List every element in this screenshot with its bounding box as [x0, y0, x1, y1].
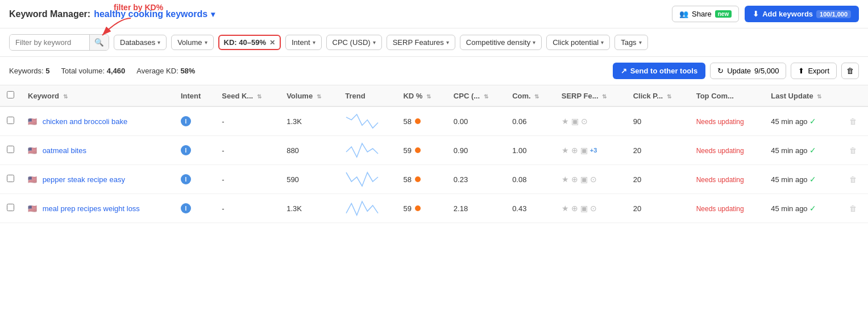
keyword-link[interactable]: pepper steak recipe easy: [43, 175, 125, 184]
col-keyword[interactable]: Keyword ⇅: [21, 85, 174, 106]
row-checkbox-cell: [0, 194, 21, 223]
search-button[interactable]: 🔍: [89, 35, 109, 50]
needs-updating: Needs updating: [696, 147, 744, 155]
tags-dropdown[interactable]: Tags ▾: [614, 35, 647, 50]
needs-updating: Needs updating: [696, 176, 744, 184]
row-delete-button[interactable]: 🗑: [849, 146, 857, 155]
col-cpc[interactable]: CPC (... ⇅: [447, 85, 505, 106]
keywords-quota: 100/1,000: [816, 10, 851, 18]
kd-dot: [415, 176, 421, 182]
click-p-cell: 20: [626, 136, 690, 165]
stats-right: ↗ Send to other tools ↻ Update 9/5,000 ⬆…: [613, 63, 859, 79]
col-kd[interactable]: KD % ⇅: [396, 85, 446, 106]
row-delete-button[interactable]: 🗑: [849, 117, 857, 126]
trash-icon: 🗑: [846, 67, 854, 75]
databases-dropdown[interactable]: Databases ▾: [114, 35, 167, 50]
select-all-checkbox[interactable]: [7, 91, 14, 98]
comp-density-label: Competitive density: [466, 38, 530, 47]
last-update-cell: 45 min ago ✓: [764, 194, 842, 223]
col-last-update[interactable]: Last Update ⇅: [764, 85, 842, 106]
select-all-cell: [0, 85, 21, 106]
flag-icon: 🇺🇸: [28, 204, 37, 213]
search-icon: 🔍: [94, 38, 104, 47]
last-update-cell: 45 min ago ✓: [764, 136, 842, 165]
kd-filter[interactable]: KD: 40–59% ✕: [218, 35, 281, 50]
intent-dropdown[interactable]: Intent ▾: [285, 35, 322, 50]
update-label: Update: [727, 67, 751, 75]
com-cell: 0.06: [505, 106, 555, 136]
chevron-down-icon: ▾: [446, 39, 449, 46]
chevron-down-icon: ▾: [373, 39, 376, 46]
col-com[interactable]: Com. ⇅: [505, 85, 555, 106]
sort-icon: ⇅: [63, 93, 68, 100]
cpc-cell: 0.90: [447, 136, 505, 165]
flag-icon: 🇺🇸: [28, 146, 37, 155]
cpc-dropdown[interactable]: CPC (USD) ▾: [326, 35, 382, 50]
row-delete-button[interactable]: 🗑: [849, 175, 857, 184]
click-p-cell: 20: [626, 194, 690, 223]
row-checkbox[interactable]: [7, 175, 14, 182]
send-to-tools-button[interactable]: ↗ Send to other tools: [613, 63, 705, 79]
cpc-cell: 2.18: [447, 194, 505, 223]
click-p-cell: 20: [626, 165, 690, 194]
sort-icon: ⇅: [317, 93, 321, 100]
keywords-count: 5: [45, 67, 49, 75]
row-checkbox[interactable]: [7, 117, 14, 124]
serp-icon: ▣: [580, 175, 588, 184]
filter-bar: filter by KD% 🔍 Databases ▾ Volume ▾ KD:…: [0, 28, 868, 57]
col-top-com[interactable]: Top Com...: [690, 85, 765, 106]
kd-filter-label: KD: 40–59%: [224, 38, 266, 47]
flag-icon: 🇺🇸: [28, 117, 37, 126]
close-icon[interactable]: ✕: [269, 39, 275, 47]
competitive-density-dropdown[interactable]: Competitive density ▾: [460, 35, 542, 50]
add-keywords-button[interactable]: ⬇ Add keywords 100/1,000: [745, 6, 859, 22]
row-checkbox[interactable]: [7, 146, 14, 153]
sort-icon: ⇅: [602, 93, 607, 100]
sort-icon: ⇅: [426, 93, 431, 100]
sort-icon: ⇅: [817, 93, 821, 100]
search-input[interactable]: [10, 35, 89, 50]
update-quota: 9/5,000: [754, 67, 779, 75]
serp-icon: ★: [562, 117, 569, 126]
keyword-link[interactable]: meal prep recipes weight loss: [43, 204, 140, 213]
table-row: 🇺🇸 oatmeal bites I - 880 59 0.90 1.00 ★⊕…: [0, 136, 868, 165]
row-delete-button[interactable]: 🗑: [849, 204, 857, 213]
keyword-link[interactable]: oatmeal bites: [43, 146, 86, 155]
click-potential-label: Click potential: [553, 38, 599, 47]
volume-cell: 1.3K: [280, 194, 338, 223]
intent-badge: I: [181, 174, 191, 184]
row-checkbox[interactable]: [7, 204, 14, 211]
col-intent[interactable]: Intent: [174, 85, 215, 106]
col-trend[interactable]: Trend: [338, 85, 396, 106]
col-seed-k[interactable]: Seed K... ⇅: [215, 85, 280, 106]
delete-button[interactable]: 🗑: [841, 63, 859, 79]
top-com-cell: Needs updating: [690, 106, 765, 136]
list-name: healthy cooking keywords: [94, 9, 207, 19]
header: Keyword Manager: healthy cooking keyword…: [0, 0, 868, 28]
col-click-p[interactable]: Click P... ⇅: [626, 85, 690, 106]
table-wrap: Keyword ⇅ Intent Seed K... ⇅ Volume ⇅ Tr…: [0, 85, 868, 223]
volume-cell: 1.3K: [280, 106, 338, 136]
keyword-link[interactable]: chicken and broccoli bake: [43, 117, 128, 126]
serp-icon: ▣: [571, 117, 579, 126]
trend-cell: [338, 194, 396, 223]
chevron-down-icon[interactable]: ▾: [211, 10, 215, 19]
check-icon: ✓: [809, 117, 816, 126]
col-volume[interactable]: Volume ⇅: [280, 85, 338, 106]
sort-icon: ⇅: [667, 93, 671, 100]
update-button[interactable]: ↻ Update 9/5,000: [710, 63, 786, 79]
intent-label: Intent: [292, 38, 310, 47]
refresh-icon: ↻: [717, 67, 724, 75]
serp-icon: ⊕: [571, 204, 578, 213]
send-icon: ↗: [621, 67, 627, 75]
export-button[interactable]: ⬆ Export: [791, 63, 837, 79]
click-potential-dropdown[interactable]: Click potential ▾: [546, 35, 610, 50]
volume-dropdown[interactable]: Volume ▾: [171, 35, 213, 50]
serp-dropdown[interactable]: SERP Features ▾: [387, 35, 455, 50]
share-button[interactable]: 👥 Share new: [672, 6, 739, 22]
volume-label: Volume: [177, 38, 202, 47]
serp-cell: ★⊕▣+3: [555, 136, 626, 165]
table-row: 🇺🇸 pepper steak recipe easy I - 590 58 0…: [0, 165, 868, 194]
col-serp[interactable]: SERP Fe... ⇅: [555, 85, 626, 106]
row-checkbox-cell: [0, 165, 21, 194]
